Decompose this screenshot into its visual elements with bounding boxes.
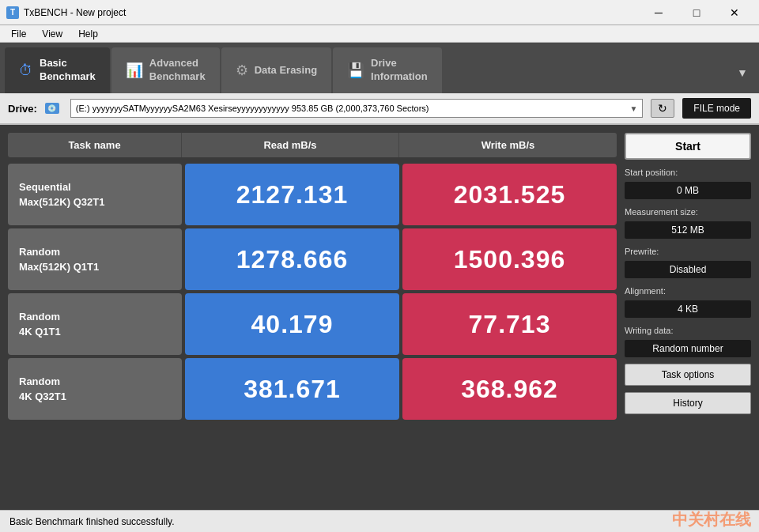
table-header: Task name Read mB/s Write mB/s	[8, 133, 617, 157]
window-title: TxBENCH - New project	[24, 7, 126, 18]
task-options-button[interactable]: Task options	[625, 364, 751, 386]
table-row: SequentialMax(512K) Q32T1 2127.131 2031.…	[8, 164, 617, 225]
row-sequential-write: 2031.525	[402, 164, 617, 225]
tab-basic-benchmark[interactable]: ⏱ BasicBenchmark	[5, 47, 110, 93]
menu-bar: File View Help	[0, 25, 759, 43]
drive-device-icon: 💿	[45, 103, 59, 114]
tab-advanced-benchmark[interactable]: 📊 AdvancedBenchmark	[111, 47, 220, 93]
table-row: RandomMax(512K) Q1T1 1278.666 1500.396	[8, 228, 617, 290]
tab-drive-label: DriveInformation	[371, 57, 428, 84]
tab-basic-label: BasicBenchmark	[40, 57, 96, 84]
title-bar: T TxBENCH - New project ─ □ ✕	[0, 0, 759, 25]
history-button[interactable]: History	[625, 392, 751, 414]
writing-data-value: Random number	[625, 340, 751, 357]
alignment-label: Alignment:	[625, 286, 751, 296]
tab-data-erasing[interactable]: ⚙ Data Erasing	[221, 47, 331, 93]
drive-label: Drive:	[8, 103, 37, 115]
menu-file[interactable]: File	[3, 27, 34, 41]
data-erasing-icon: ⚙	[236, 62, 248, 79]
row-random-4k-q32-label: Random4K Q32T1	[8, 358, 182, 420]
tab-erasing-label: Data Erasing	[255, 64, 317, 77]
close-button[interactable]: ✕	[716, 2, 753, 24]
tab-bar: ⏱ BasicBenchmark 📊 AdvancedBenchmark ⚙ D…	[0, 43, 759, 93]
app-icon: T	[6, 6, 19, 19]
sidebar: Start Start position: 0 MB Measurement s…	[625, 133, 751, 502]
menu-view[interactable]: View	[34, 27, 70, 41]
minimize-button[interactable]: ─	[640, 2, 677, 24]
row-random-4k-label: Random4K Q1T1	[8, 293, 182, 355]
benchmark-section: Task name Read mB/s Write mB/s Sequentia…	[8, 133, 617, 502]
row-random-512-label: RandomMax(512K) Q1T1	[8, 228, 182, 290]
menu-help[interactable]: Help	[70, 27, 106, 41]
table-row: Random4K Q32T1 381.671 368.962	[8, 358, 617, 420]
row-random-512-write: 1500.396	[402, 228, 617, 290]
start-button[interactable]: Start	[625, 133, 751, 160]
drive-refresh-button[interactable]: ↻	[651, 99, 674, 118]
tab-advanced-label: AdvancedBenchmark	[149, 57, 206, 84]
drive-dropdown-arrow: ▼	[629, 104, 637, 113]
maximize-button[interactable]: □	[678, 2, 715, 24]
watermark: 中关村在线	[672, 509, 751, 530]
prewrite-value: Disabled	[625, 261, 751, 278]
col-header-task: Task name	[8, 133, 182, 157]
start-position-label: Start position:	[625, 168, 751, 177]
row-random-512-read: 1278.666	[185, 228, 399, 290]
measurement-size-label: Measurement size:	[625, 207, 751, 217]
tab-drive-information[interactable]: 💾 DriveInformation	[333, 47, 442, 93]
row-sequential-read: 2127.131	[185, 164, 399, 225]
status-bar: Basic Benchmark finished successfully. 中…	[0, 510, 759, 532]
writing-data-label: Writing data:	[625, 326, 751, 335]
drive-bar: Drive: 💿 (E:) yyyyyyySATMyyyyyySA2M63 Xe…	[0, 93, 759, 125]
file-mode-button[interactable]: FILE mode	[682, 98, 751, 119]
row-random-4k-write: 77.713	[402, 293, 617, 355]
drive-info-icon: 💾	[347, 62, 364, 79]
prewrite-label: Prewrite:	[625, 247, 751, 256]
alignment-value: 4 KB	[625, 300, 751, 318]
col-header-write: Write mB/s	[399, 133, 617, 157]
row-random-4k-q32-write: 368.962	[402, 358, 617, 420]
col-header-read: Read mB/s	[182, 133, 399, 157]
status-text: Basic Benchmark finished successfully.	[9, 516, 175, 527]
start-position-value: 0 MB	[625, 182, 751, 199]
drive-selector[interactable]: (E:) yyyyyyySATMyyyyyySA2M63 Xesirseyyyy…	[70, 99, 643, 118]
advanced-benchmark-icon: 📊	[126, 62, 143, 79]
measurement-size-value: 512 MB	[625, 221, 751, 239]
table-row: Random4K Q1T1 40.179 77.713	[8, 293, 617, 355]
content-area: Task name Read mB/s Write mB/s Sequentia…	[0, 125, 759, 510]
tab-dropdown-button[interactable]: ▼	[731, 47, 754, 98]
row-random-4k-q32-read: 381.671	[185, 358, 399, 420]
row-random-4k-read: 40.179	[185, 293, 399, 355]
basic-benchmark-icon: ⏱	[19, 62, 33, 79]
drive-select-text: (E:) yyyyyyySATMyyyyyySA2M63 Xesirseyyyy…	[76, 104, 630, 113]
row-sequential-label: SequentialMax(512K) Q32T1	[8, 164, 182, 225]
